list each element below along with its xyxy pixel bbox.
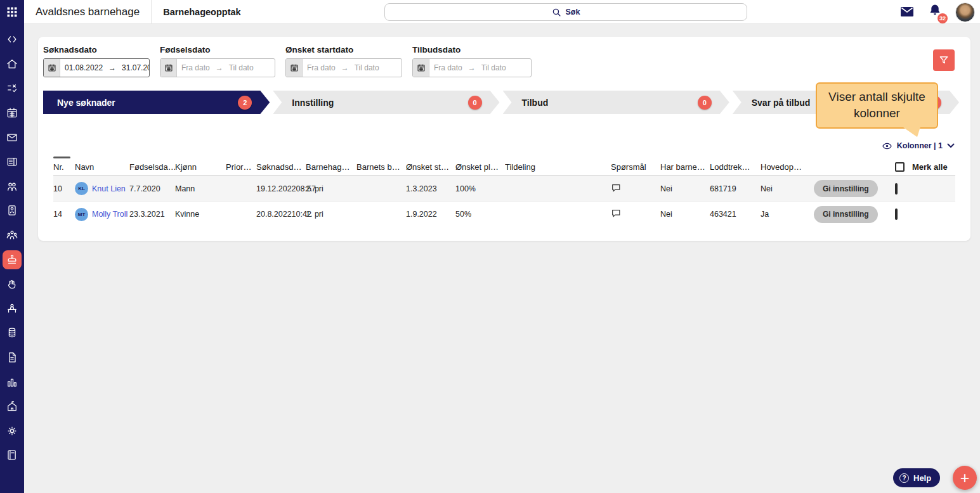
sidebar-item-coins[interactable] <box>0 321 24 345</box>
col-header-soknadsdato[interactable]: Søknadsd… <box>256 162 306 172</box>
col-header-nr[interactable]: Nr. <box>53 162 75 172</box>
col-header-barnets[interactable]: Barnets b… <box>356 162 406 172</box>
apps-grid-icon <box>6 6 18 18</box>
help-button[interactable]: ? Help <box>893 468 940 487</box>
col-header-fodselsdato[interactable]: Fødselsda… <box>129 162 175 172</box>
sidebar-item-mail[interactable] <box>0 125 24 150</box>
gi-innstilling-button[interactable]: Gi innstilling <box>814 206 878 223</box>
sidebar-item-collapse[interactable] <box>0 27 24 52</box>
sidebar-item-news[interactable] <box>0 150 24 174</box>
screen: Avaldsnes barnehage Barnehageopptak Søk … <box>0 0 980 493</box>
filter-button[interactable] <box>933 49 955 71</box>
date-from-value[interactable]: 01.08.2022 <box>60 63 107 72</box>
hidden-columns-tooltip: Viser antall skjulte kolonner <box>816 82 938 129</box>
sidebar-item-tasks[interactable] <box>0 76 24 101</box>
applicant-name-link[interactable]: Knut Lien <box>92 184 126 193</box>
columns-control[interactable]: Kolonner | 1 <box>882 141 955 150</box>
sidebar-item-id-card[interactable] <box>0 198 24 223</box>
calendar-icon[interactable] <box>44 59 60 77</box>
cell-kjonn: Mann <box>175 184 226 193</box>
date-to-placeholder[interactable]: Til dato <box>477 63 511 72</box>
col-header-onsket-start[interactable]: Ønsket st… <box>406 162 455 172</box>
messages-icon[interactable] <box>899 5 915 19</box>
date-to-placeholder[interactable]: Til dato <box>225 63 258 72</box>
sidebar-item-handbook[interactable] <box>0 443 24 468</box>
search-input[interactable]: Søk <box>384 3 747 21</box>
cell-sporsmal[interactable] <box>611 208 660 220</box>
date-from-placeholder[interactable]: Fra dato <box>177 63 214 72</box>
col-header-tildeling[interactable]: Tildeling <box>505 162 611 172</box>
date-range-input-onsket-startdato[interactable]: Fra dato → Til dato <box>285 58 402 77</box>
user-avatar[interactable] <box>955 3 975 22</box>
arrow-right-icon: → <box>214 63 225 72</box>
sidebar-item-settings[interactable] <box>0 419 24 444</box>
sidebar <box>0 0 24 493</box>
row-checkbox[interactable] <box>895 208 898 220</box>
col-header-barnehage[interactable]: Barnehag… <box>306 162 356 172</box>
col-header-kjonn[interactable]: Kjønn <box>175 162 226 172</box>
calendar-icon[interactable] <box>286 59 303 77</box>
calendar-icon[interactable] <box>413 59 429 77</box>
date-to-placeholder[interactable]: Til dato <box>350 63 384 72</box>
cell-loddtrekning: 463421 <box>710 210 761 219</box>
people-icon <box>6 180 18 193</box>
date-from-placeholder[interactable]: Fra dato <box>429 63 467 72</box>
step-tilbud[interactable]: Tilbud 0 <box>503 91 729 114</box>
date-range-input-fodselsdato[interactable]: Fra dato → Til dato <box>160 58 275 77</box>
tasks-icon <box>6 82 18 94</box>
col-header-onsket-plass[interactable]: Ønsket pl… <box>455 162 505 172</box>
horizontal-scrollbar-thumb[interactable] <box>53 157 70 158</box>
col-header-sporsmal[interactable]: Spørsmål <box>611 162 660 172</box>
cell-navn: KL Knut Lien <box>75 182 129 195</box>
date-to-value[interactable]: 31.07.2023 <box>117 63 150 72</box>
step-label: Tilbud <box>503 98 549 108</box>
search-icon <box>552 8 561 17</box>
col-header-loddtrekning[interactable]: Loddtrek… <box>710 162 761 172</box>
col-header-hovedopptak[interactable]: Hovedop… <box>761 162 814 172</box>
sidebar-item-document[interactable] <box>0 345 24 370</box>
notifications-button[interactable]: 32 <box>927 3 943 21</box>
calendar-icon[interactable] <box>160 59 177 77</box>
search-placeholder: Søk <box>566 8 580 16</box>
desk-icon <box>6 302 18 315</box>
arrow-right-icon: → <box>467 63 477 72</box>
sidebar-item-calendar[interactable] <box>0 101 24 125</box>
sidebar-item-people[interactable] <box>0 174 24 199</box>
cell-sporsmal[interactable] <box>611 183 660 195</box>
step-innstilling[interactable]: Innstilling 0 <box>273 91 499 114</box>
cell-onsket-start: 1.9.2022 <box>406 210 455 219</box>
cell-har-barne: Nei <box>660 210 710 219</box>
main-panel: Søknadsdato 01.08.2022 → 31.07.2023 Føds… <box>38 37 970 241</box>
add-button[interactable]: + <box>953 466 977 490</box>
sidebar-item-home[interactable] <box>0 52 24 77</box>
app-launcher-button[interactable] <box>0 0 24 24</box>
applicant-name-link[interactable]: Molly Troll <box>92 210 127 219</box>
date-from-placeholder[interactable]: Fra dato <box>303 63 340 72</box>
step-label: Innstilling <box>273 98 334 108</box>
arrow-right-icon: → <box>107 63 117 72</box>
step-nye-soknader[interactable]: Nye søknader 2 <box>43 91 270 114</box>
sidebar-item-desk[interactable] <box>0 297 24 321</box>
calendar-icon <box>6 106 18 119</box>
col-header-prioritet[interactable]: Prior… <box>226 162 256 172</box>
row-checkbox[interactable] <box>895 183 898 195</box>
select-all-control: Merk alle <box>895 162 955 172</box>
filter-soknadsdato: Søknadsdato 01.08.2022 → 31.07.2023 <box>43 45 150 77</box>
col-header-navn[interactable]: Navn <box>75 162 129 172</box>
sidebar-item-school[interactable] <box>0 394 24 419</box>
gi-innstilling-button[interactable]: Gi innstilling <box>814 180 878 197</box>
cell-onsket-start: 1.3.2023 <box>406 184 455 193</box>
tooltip-text: Viser antall skjulte kolonner <box>828 90 925 120</box>
mail-icon <box>6 131 18 144</box>
cell-nr: 10 <box>53 184 75 193</box>
cell-soknadsdato: 20.8.202210:42 <box>256 210 306 219</box>
date-range-input-soknadsdato[interactable]: 01.08.2022 → 31.07.2023 <box>43 58 150 77</box>
sidebar-item-hand[interactable] <box>0 272 24 297</box>
sidebar-item-group[interactable] <box>0 223 24 248</box>
select-all-checkbox[interactable] <box>895 162 905 172</box>
date-range-input-tilbudsdato[interactable]: Fra dato → Til dato <box>412 58 532 77</box>
sidebar-item-admission[interactable] <box>0 247 24 272</box>
col-header-har-barne[interactable]: Har barne… <box>660 162 710 172</box>
chevron-down-icon <box>947 143 955 148</box>
sidebar-item-statistics[interactable] <box>0 369 24 394</box>
